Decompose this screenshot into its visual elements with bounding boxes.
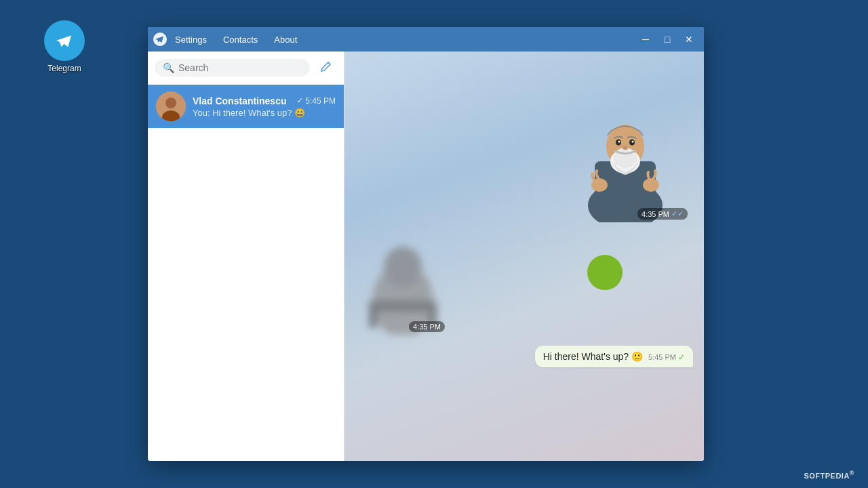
title-bar-menu: Settings Contacts About xyxy=(172,33,636,46)
svg-point-21 xyxy=(384,247,422,287)
sidebar: 🔍 xyxy=(148,52,344,461)
green-circle-indicator xyxy=(587,255,623,290)
close-button[interactable]: ✕ xyxy=(679,32,698,47)
search-input-wrap[interactable]: 🔍 xyxy=(155,59,310,77)
menu-about[interactable]: About xyxy=(271,33,300,46)
title-bar: Settings Contacts About ─ □ ✕ xyxy=(148,27,704,52)
svg-point-3 xyxy=(165,98,176,108)
chat-preview: You: Hi there! What's up? 😀 xyxy=(193,108,336,118)
svg-rect-23 xyxy=(369,301,377,328)
menu-contacts[interactable]: Contacts xyxy=(220,33,260,46)
incoming-sticker: 4:35 PM xyxy=(355,233,450,338)
search-icon: 🔍 xyxy=(163,62,174,73)
chat-top: Vlad Constantinescu ✓ 5:45 PM xyxy=(193,96,336,106)
svg-point-16 xyxy=(632,141,634,143)
chat-item[interactable]: Vlad Constantinescu ✓ 5:45 PM You: Hi th… xyxy=(148,85,344,128)
telegram-desktop-icon[interactable]: Telegram xyxy=(37,20,92,73)
philosopher-sticker xyxy=(557,100,693,222)
sticker-read-check: ✓✓ xyxy=(671,209,684,218)
compose-button[interactable] xyxy=(315,57,337,79)
sticker-container: 4:35 PM ✓✓ xyxy=(557,100,693,225)
window-controls: ─ □ ✕ xyxy=(636,32,698,47)
telegram-icon xyxy=(44,20,85,61)
sticker-incoming-time: 4:35 PM xyxy=(409,321,445,332)
chat-info: Vlad Constantinescu ✓ 5:45 PM You: Hi th… xyxy=(193,96,336,118)
outgoing-message: Hi there! What's up? 🙂 5:45 PM ✓ xyxy=(535,346,693,367)
sticker-incoming-container: 4:35 PM xyxy=(355,233,450,338)
outgoing-sticker: 4:35 PM ✓✓ xyxy=(557,100,693,225)
bubble-time: 5:45 PM xyxy=(648,353,676,361)
bubble-text: Hi there! What's up? 🙂 xyxy=(543,351,643,362)
app-logo xyxy=(153,33,167,46)
app-body: 🔍 xyxy=(148,52,704,461)
chat-name: Vlad Constantinescu xyxy=(193,96,286,106)
app-window: Settings Contacts About ─ □ ✕ 🔍 xyxy=(148,27,704,461)
svg-point-15 xyxy=(618,141,620,143)
blurred-sticker-img xyxy=(355,233,450,335)
desktop-icon-label: Telegram xyxy=(47,64,81,73)
bubble-meta: 5:45 PM ✓ xyxy=(648,352,685,362)
svg-point-17 xyxy=(623,146,628,150)
text-bubble: Hi there! What's up? 🙂 5:45 PM ✓ xyxy=(535,346,693,367)
avatar xyxy=(156,92,186,121)
message-read-icon: ✓ xyxy=(678,352,685,362)
search-input[interactable] xyxy=(178,62,302,73)
read-check: ✓ xyxy=(297,96,303,105)
svg-rect-22 xyxy=(376,301,430,311)
chat-time: ✓ 5:45 PM xyxy=(297,96,336,106)
chat-list: Vlad Constantinescu ✓ 5:45 PM You: Hi th… xyxy=(148,85,344,461)
search-bar: 🔍 xyxy=(148,52,344,85)
chat-area: Vlad Constantinescu last seen 30 minutes… xyxy=(344,52,704,461)
softpedia-watermark: SOFTPEDIA® xyxy=(804,470,854,480)
menu-settings[interactable]: Settings xyxy=(172,33,210,46)
messages-area: 4:35 PM ✓✓ xyxy=(344,89,704,426)
sticker-outgoing-time: 4:35 PM ✓✓ xyxy=(637,208,688,220)
maximize-button[interactable]: □ xyxy=(658,32,677,47)
minimize-button[interactable]: ─ xyxy=(636,32,655,47)
